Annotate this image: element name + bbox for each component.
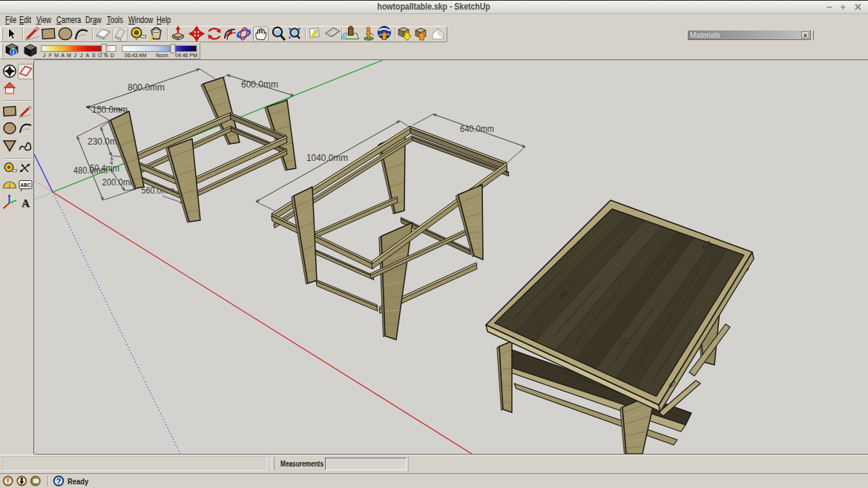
svg-text:ABC: ABC xyxy=(20,182,31,188)
svg-text:S: S xyxy=(92,53,96,58)
svg-text:04:46 PM: 04:46 PM xyxy=(175,53,197,58)
svg-text:640.0mm: 640.0mm xyxy=(460,123,494,134)
svg-text:J: J xyxy=(43,53,46,58)
svg-text:50.4mm: 50.4mm xyxy=(90,162,119,174)
svg-text:F: F xyxy=(49,53,52,58)
svg-text:800.0mm: 800.0mm xyxy=(128,82,165,93)
svg-text:Noon: Noon xyxy=(156,53,168,58)
svg-text:M: M xyxy=(54,53,59,58)
svg-text:1040.0mm: 1040.0mm xyxy=(306,152,348,163)
svg-text:J: J xyxy=(80,53,83,58)
svg-text:J: J xyxy=(73,53,76,58)
svg-text:?: ? xyxy=(56,477,61,486)
svg-text:D: D xyxy=(111,53,114,58)
svg-text:M: M xyxy=(67,53,71,58)
svg-text:A: A xyxy=(22,197,30,209)
svg-text:06:43 AM: 06:43 AM xyxy=(125,53,147,58)
svg-text:150.0mm: 150.0mm xyxy=(92,104,128,115)
svg-text:O: O xyxy=(98,53,102,58)
svg-text:A: A xyxy=(61,53,65,58)
svg-text:A: A xyxy=(86,53,90,58)
svg-text:N: N xyxy=(104,53,108,58)
svg-text:600.0mm: 600.0mm xyxy=(241,79,278,90)
